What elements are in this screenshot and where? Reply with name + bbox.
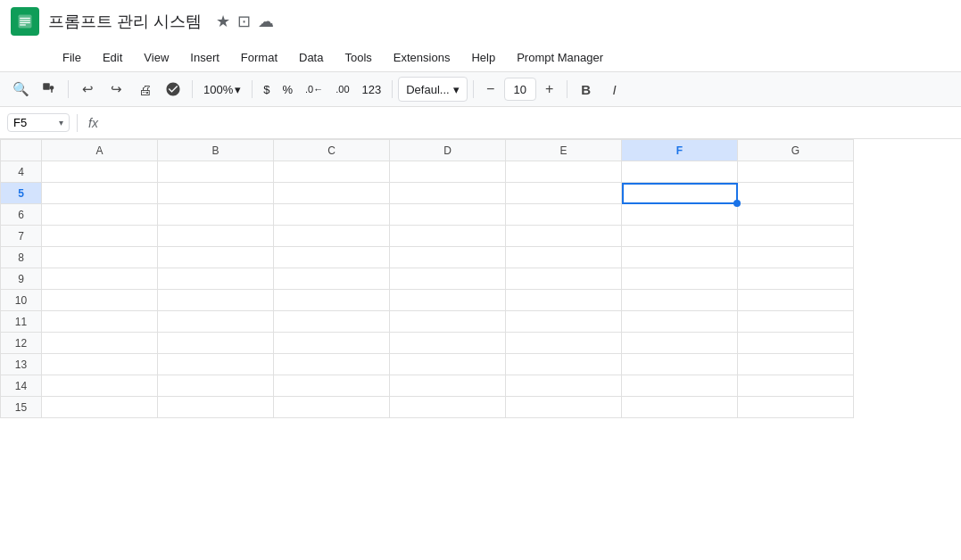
cell-F15[interactable]	[622, 397, 738, 418]
cell-C7[interactable]	[274, 226, 390, 247]
cell-D11[interactable]	[390, 311, 506, 333]
font-size-decrease[interactable]: −	[479, 78, 502, 101]
fill-handle[interactable]	[733, 200, 741, 207]
cell-C9[interactable]	[274, 268, 390, 290]
cell-D5[interactable]	[390, 183, 506, 204]
col-header-B[interactable]: B	[158, 140, 274, 161]
paint-format-button[interactable]	[36, 76, 62, 103]
row-num-8[interactable]: 8	[1, 247, 42, 268]
menu-tools[interactable]: Tools	[336, 47, 380, 68]
cell-E4[interactable]	[506, 161, 622, 183]
menu-help[interactable]: Help	[462, 47, 504, 68]
cell-E12[interactable]	[506, 333, 622, 354]
search-button[interactable]: 🔍	[7, 76, 34, 103]
col-header-A[interactable]: A	[42, 140, 158, 161]
cell-B14[interactable]	[158, 375, 274, 397]
cell-A8[interactable]	[42, 247, 158, 268]
formula-input[interactable]	[105, 116, 954, 129]
cell-D4[interactable]	[390, 161, 506, 183]
col-header-G[interactable]: G	[738, 140, 854, 161]
cell-A7[interactable]	[42, 226, 158, 247]
spellcheck-button[interactable]	[160, 76, 186, 103]
cell-A13[interactable]	[42, 354, 158, 375]
cell-C5[interactable]	[274, 183, 390, 204]
cell-F13[interactable]	[622, 354, 738, 375]
cell-B6[interactable]	[158, 204, 274, 226]
cell-A5[interactable]	[42, 183, 158, 204]
cell-B9[interactable]	[158, 268, 274, 290]
cell-D14[interactable]	[390, 375, 506, 397]
cell-reference-box[interactable]: F5 ▾	[7, 113, 70, 132]
zoom-control[interactable]: 100% ▾	[198, 81, 246, 98]
print-button[interactable]: 🖨	[131, 76, 158, 103]
cell-F9[interactable]	[622, 268, 738, 290]
row-num-10[interactable]: 10	[1, 290, 42, 311]
row-num-7[interactable]: 7	[1, 226, 42, 247]
col-header-C[interactable]: C	[274, 140, 390, 161]
cell-C12[interactable]	[274, 333, 390, 354]
cloud-icon[interactable]: ☁	[258, 12, 274, 31]
currency-button[interactable]: $	[258, 81, 275, 98]
cell-A9[interactable]	[42, 268, 158, 290]
cell-C11[interactable]	[274, 311, 390, 333]
cell-D13[interactable]	[390, 354, 506, 375]
cell-E10[interactable]	[506, 290, 622, 311]
menu-edit[interactable]: Edit	[94, 47, 131, 68]
row-num-4[interactable]: 4	[1, 161, 42, 183]
cell-E14[interactable]	[506, 375, 622, 397]
menu-view[interactable]: View	[135, 47, 178, 68]
cell-A11[interactable]	[42, 311, 158, 333]
menu-prompt-manager[interactable]: Prompt Manager	[508, 47, 612, 68]
cell-E11[interactable]	[506, 311, 622, 333]
cell-G10[interactable]	[738, 290, 854, 311]
cell-G12[interactable]	[738, 333, 854, 354]
cell-D8[interactable]	[390, 247, 506, 268]
row-num-5[interactable]: 5	[1, 183, 42, 204]
cell-B15[interactable]	[158, 397, 274, 418]
cell-A10[interactable]	[42, 290, 158, 311]
cell-G8[interactable]	[738, 247, 854, 268]
row-num-12[interactable]: 12	[1, 333, 42, 354]
row-num-15[interactable]: 15	[1, 397, 42, 418]
cell-C10[interactable]	[274, 290, 390, 311]
cell-F8[interactable]	[622, 247, 738, 268]
menu-file[interactable]: File	[54, 47, 90, 68]
cell-B8[interactable]	[158, 247, 274, 268]
cell-G14[interactable]	[738, 375, 854, 397]
cell-F7[interactable]	[622, 226, 738, 247]
cell-E9[interactable]	[506, 268, 622, 290]
cell-A15[interactable]	[42, 397, 158, 418]
grid-container[interactable]: A B C D E F G 456789101112131415	[0, 139, 961, 560]
cell-E8[interactable]	[506, 247, 622, 268]
col-header-E[interactable]: E	[506, 140, 622, 161]
cell-G9[interactable]	[738, 268, 854, 290]
cell-D9[interactable]	[390, 268, 506, 290]
cell-E7[interactable]	[506, 226, 622, 247]
cell-D15[interactable]	[390, 397, 506, 418]
cell-E6[interactable]	[506, 204, 622, 226]
cell-E13[interactable]	[506, 354, 622, 375]
cell-C8[interactable]	[274, 247, 390, 268]
cell-G15[interactable]	[738, 397, 854, 418]
number-format-button[interactable]: 123	[357, 81, 387, 98]
italic-button[interactable]: I	[601, 76, 628, 103]
percent-button[interactable]: %	[277, 81, 298, 98]
cell-C15[interactable]	[274, 397, 390, 418]
cell-F14[interactable]	[622, 375, 738, 397]
cell-B11[interactable]	[158, 311, 274, 333]
cell-D10[interactable]	[390, 290, 506, 311]
cell-F12[interactable]	[622, 333, 738, 354]
col-header-D[interactable]: D	[390, 140, 506, 161]
cell-F6[interactable]	[622, 204, 738, 226]
bold-button[interactable]: B	[573, 76, 600, 103]
cell-G7[interactable]	[738, 226, 854, 247]
cell-E5[interactable]	[506, 183, 622, 204]
cell-G11[interactable]	[738, 311, 854, 333]
cell-F10[interactable]	[622, 290, 738, 311]
cell-F5[interactable]	[622, 183, 738, 204]
cell-D12[interactable]	[390, 333, 506, 354]
cell-C4[interactable]	[274, 161, 390, 183]
cell-D7[interactable]	[390, 226, 506, 247]
row-num-13[interactable]: 13	[1, 354, 42, 375]
undo-button[interactable]: ↩	[74, 76, 101, 103]
